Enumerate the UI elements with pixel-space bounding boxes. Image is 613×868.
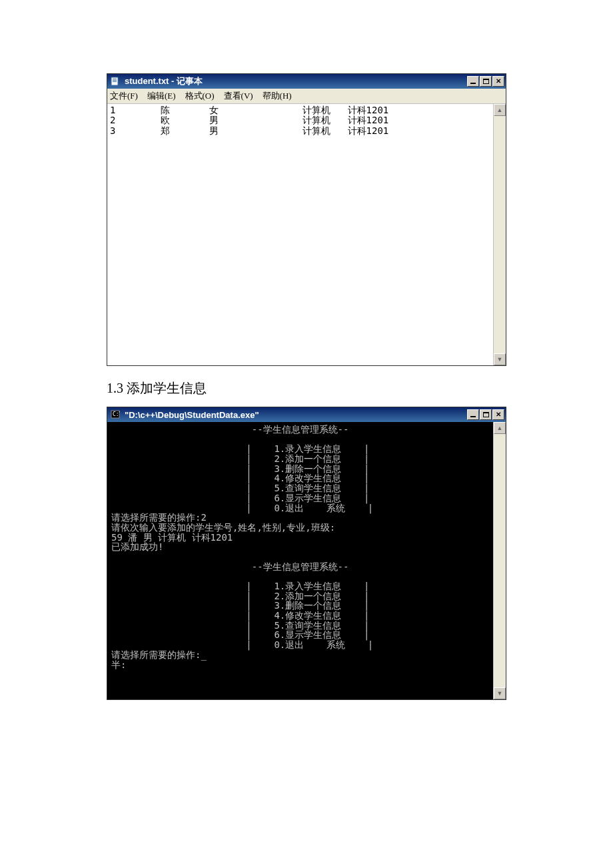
menu-view[interactable]: 查看(V) (224, 90, 253, 102)
menu-format[interactable]: 格式(O) (185, 90, 215, 102)
menu-help[interactable]: 帮助(H) (263, 90, 292, 102)
menu-file[interactable]: 文件(F) (110, 90, 138, 102)
console-text-content[interactable]: --学生信息管理系统-- | 1.录入学生信息 | | 2.添加一个信息 | |… (107, 422, 506, 672)
console-title: "D:\c++\Debug\StudentData.exe" (123, 410, 466, 420)
console-scroll-up-button[interactable]: ▲ (494, 422, 506, 434)
console-scroll-track[interactable] (494, 434, 506, 687)
console-scrollbar[interactable]: ▲ ▼ (493, 422, 506, 699)
window-controls (466, 76, 504, 87)
scroll-up-button[interactable]: ▲ (494, 104, 506, 116)
console-window-controls (466, 409, 504, 420)
console-scroll-down-button[interactable]: ▼ (494, 687, 506, 699)
console-body: --学生信息管理系统-- | 1.录入学生信息 | | 2.添加一个信息 | |… (107, 422, 506, 699)
notepad-window: student.txt - 记事本 文件(F) 编辑(E) 格式(O) 查看(V… (107, 73, 506, 366)
console-close-button[interactable] (492, 409, 504, 420)
notepad-body: 1 陈 女 计算机 计科1201 2 欧 男 计算机 计科1201 3 郑 男 … (107, 104, 506, 365)
svg-rect-2 (113, 80, 117, 81)
notepad-text-content[interactable]: 1 陈 女 计算机 计科1201 2 欧 男 计算机 计科1201 3 郑 男 … (107, 104, 506, 137)
notepad-icon (110, 76, 121, 87)
minimize-button[interactable] (467, 76, 479, 87)
notepad-titlebar[interactable]: student.txt - 记事本 (107, 74, 506, 89)
svg-rect-1 (113, 79, 117, 79)
svg-text:C:\: C:\ (113, 411, 120, 417)
console-minimize-button[interactable] (467, 409, 479, 420)
maximize-button[interactable] (480, 76, 492, 87)
console-titlebar[interactable]: C:\ "D:\c++\Debug\StudentData.exe" (107, 407, 506, 422)
scroll-down-button[interactable]: ▼ (494, 353, 506, 365)
console-maximize-button[interactable] (480, 409, 492, 420)
svg-rect-3 (113, 81, 117, 82)
notepad-scrollbar[interactable]: ▲ ▼ (493, 104, 506, 365)
notepad-title: student.txt - 记事本 (123, 75, 466, 87)
scroll-track[interactable] (494, 116, 506, 353)
section-heading: 1.3 添加学生信息 (107, 379, 506, 397)
menu-edit[interactable]: 编辑(E) (147, 90, 176, 102)
notepad-menubar: 文件(F) 编辑(E) 格式(O) 查看(V) 帮助(H) (107, 89, 506, 104)
console-icon: C:\ (110, 409, 121, 420)
close-button[interactable] (492, 76, 504, 87)
console-window: C:\ "D:\c++\Debug\StudentData.exe" --学生信… (107, 407, 506, 700)
